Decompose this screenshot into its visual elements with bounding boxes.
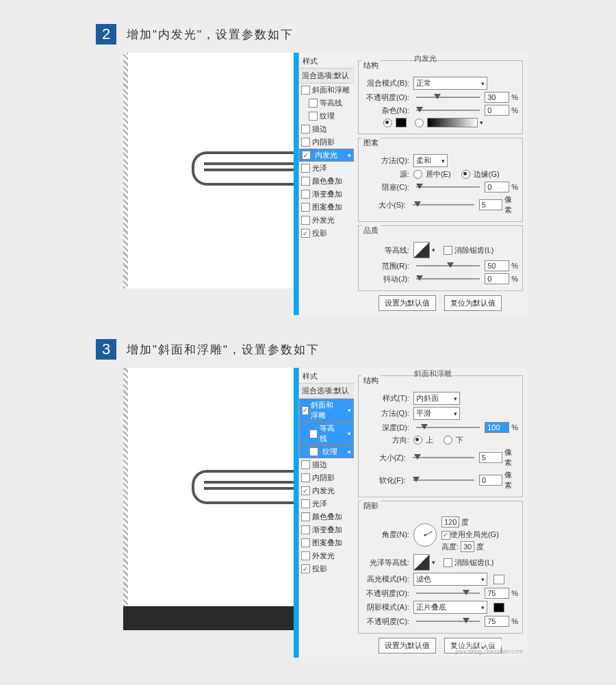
group-structure: 结构: [361, 375, 381, 386]
blend-options[interactable]: 混合选项:默认: [299, 68, 354, 84]
shadow-opacity-slider[interactable]: [416, 616, 480, 626]
color-radio[interactable]: [383, 119, 392, 127]
choke-slider[interactable]: [416, 182, 480, 192]
range-input[interactable]: 50: [485, 260, 509, 271]
shadow-opacity-label: 不透明度(C):: [363, 616, 411, 627]
technique-label: 方法(Q):: [363, 408, 411, 419]
noise-slider[interactable]: [416, 105, 480, 115]
highlight-opacity-slider[interactable]: [416, 588, 480, 598]
style-texture[interactable]: 纹理: [299, 445, 354, 458]
style-select[interactable]: 内斜面: [413, 392, 460, 405]
step-number: 3: [96, 339, 116, 360]
opacity-input[interactable]: 30: [485, 92, 509, 103]
shadow-color-swatch[interactable]: [493, 603, 504, 612]
color-swatch[interactable]: [396, 118, 407, 127]
jitter-input[interactable]: 0: [485, 273, 509, 284]
direction-up-radio[interactable]: [413, 436, 422, 445]
altitude-input[interactable]: 30: [461, 541, 474, 552]
angle-dial[interactable]: [413, 523, 437, 547]
source-label: 源:: [363, 169, 411, 179]
style-satin[interactable]: 光泽: [299, 497, 354, 510]
highlight-color-swatch[interactable]: [493, 575, 504, 584]
style-texture[interactable]: 纹理: [299, 110, 354, 123]
style-bevel-selected[interactable]: 斜面和浮雕: [299, 399, 354, 422]
step-number: 2: [96, 24, 116, 45]
group-shading: 阴影: [361, 501, 381, 511]
soften-slider[interactable]: [413, 475, 474, 485]
blend-mode-select[interactable]: 正常: [413, 77, 487, 90]
style-color-overlay[interactable]: 颜色叠加: [299, 510, 354, 523]
style-inner-shadow[interactable]: 内阴影: [299, 471, 354, 484]
highlight-opacity-input[interactable]: 75: [485, 588, 509, 599]
gloss-contour-picker[interactable]: [413, 554, 430, 571]
style-satin[interactable]: 光泽: [299, 162, 354, 175]
depth-slider[interactable]: [416, 423, 480, 432]
shadow-mode-label: 阴影模式(A):: [363, 602, 411, 612]
style-drop-shadow[interactable]: 投影: [299, 227, 354, 240]
depth-label: 深度(D):: [363, 423, 411, 433]
style-inner-shadow[interactable]: 内阴影: [299, 136, 354, 149]
gradient-radio[interactable]: [415, 119, 424, 127]
styles-panel: 样式 混合选项:默认 斜面和浮雕 等高线 纹理 描边 内阴影 内发光 光泽 颜色…: [298, 368, 354, 658]
gradient-swatch[interactable]: [427, 118, 478, 127]
screenshot-3: 样式 混合选项:默认 斜面和浮雕 等高线 纹理 描边 内阴影 内发光 光泽 颜色…: [123, 368, 527, 658]
style-outer-glow[interactable]: 外发光: [299, 549, 354, 562]
source-center-radio[interactable]: [413, 170, 422, 179]
style-inner-glow[interactable]: 内发光: [299, 484, 354, 497]
paperclip-inner: [204, 162, 294, 171]
opacity-slider[interactable]: [416, 92, 480, 102]
blend-options[interactable]: 混合选项:默认: [299, 384, 354, 399]
antialias-checkbox[interactable]: [444, 558, 452, 567]
make-default-button[interactable]: 设置为默认值: [378, 295, 436, 311]
style-contour[interactable]: 等高线: [299, 422, 354, 445]
step-2: 2 增加"内发光"，设置参数如下 样式 混合选项:默认 斜面和浮雕 等高线 纹理…: [89, 24, 527, 315]
group-quality: 品质: [361, 225, 381, 236]
step-3: 3 增加"斜面和浮雕"，设置参数如下 样式 混合选项:默认 斜面和浮雕 等高线 …: [89, 339, 527, 658]
size-input[interactable]: 5: [479, 452, 502, 463]
size-slider[interactable]: [413, 200, 474, 210]
technique-label: 方法(Q):: [363, 155, 411, 166]
jitter-label: 抖动(J):: [363, 274, 411, 284]
soften-label: 软化(F):: [363, 475, 408, 486]
style-outer-glow[interactable]: 外发光: [299, 214, 354, 227]
highlight-mode-label: 高光模式(H):: [363, 574, 411, 584]
depth-input[interactable]: 100: [485, 422, 509, 433]
style-stroke[interactable]: 描边: [299, 123, 354, 136]
style-pattern-overlay[interactable]: 图案叠加: [299, 201, 354, 214]
size-slider[interactable]: [413, 453, 474, 462]
screenshot-2: 样式 混合选项:默认 斜面和浮雕 等高线 纹理 描边 内阴影 内发光 光泽 颜色…: [123, 53, 527, 315]
highlight-mode-select[interactable]: 滤色: [413, 573, 487, 586]
style-inner-glow[interactable]: 内发光: [299, 149, 354, 162]
choke-input[interactable]: 0: [485, 182, 509, 192]
style-drop-shadow[interactable]: 投影: [299, 562, 354, 575]
style-bevel[interactable]: 斜面和浮雕: [299, 84, 354, 97]
style-gradient-overlay[interactable]: 渐变叠加: [299, 188, 354, 201]
style-pattern-overlay[interactable]: 图案叠加: [299, 536, 354, 549]
soften-input[interactable]: 0: [479, 475, 502, 486]
shadow-opacity-input[interactable]: 75: [485, 616, 509, 627]
jitter-slider[interactable]: [416, 274, 480, 284]
size-input[interactable]: 5: [479, 199, 502, 210]
reset-default-button[interactable]: 复位为默认值: [444, 295, 502, 311]
opacity-label: 不透明度(O):: [363, 92, 411, 103]
noise-input[interactable]: 0: [485, 105, 509, 116]
direction-down-radio[interactable]: [444, 436, 452, 445]
style-color-overlay[interactable]: 颜色叠加: [299, 175, 354, 188]
shadow-mode-select[interactable]: 正片叠底: [413, 601, 487, 614]
angle-input[interactable]: 120: [441, 516, 459, 527]
size-label: 大小(Z):: [363, 453, 408, 463]
technique-select[interactable]: 柔和: [413, 154, 448, 167]
style-contour[interactable]: 等高线: [299, 97, 354, 110]
global-light-checkbox[interactable]: [441, 531, 450, 540]
style-stroke[interactable]: 描边: [299, 458, 354, 471]
style-gradient-overlay[interactable]: 渐变叠加: [299, 523, 354, 536]
technique-select[interactable]: 平滑: [413, 407, 460, 420]
make-default-button[interactable]: 设置为默认值: [378, 638, 436, 653]
contour-picker[interactable]: [413, 242, 430, 258]
watermark: 查字典 教程网jiaocheng.chazidian.com: [455, 638, 523, 655]
antialias-checkbox[interactable]: [444, 246, 452, 255]
tab-ghost: 斜面和浮雕: [414, 369, 452, 379]
range-slider[interactable]: [416, 261, 480, 271]
choke-label: 阻塞(C):: [363, 182, 411, 192]
source-edge-radio[interactable]: [461, 170, 470, 179]
